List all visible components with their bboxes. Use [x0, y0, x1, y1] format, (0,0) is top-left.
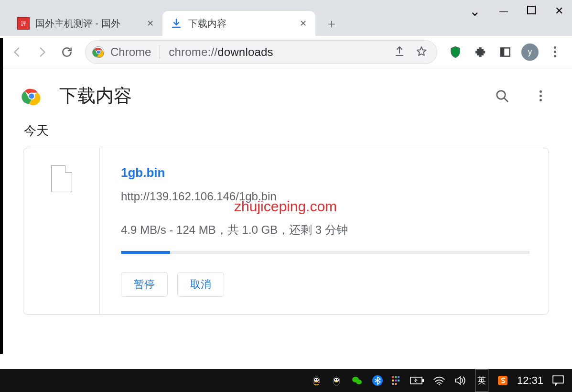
tray-qq-icon-2[interactable] [331, 369, 342, 392]
back-button[interactable] [7, 42, 28, 63]
downloads-menu-button[interactable] [530, 86, 551, 107]
svg-rect-29 [392, 383, 394, 385]
downloads-title: 下载内容 [59, 84, 475, 108]
chrome-logo-icon [21, 86, 42, 107]
tray-wifi-icon[interactable] [433, 369, 445, 392]
svg-rect-26 [392, 380, 394, 381]
browser-toolbar: Chrome chrome://downloads y [0, 36, 572, 68]
svg-rect-5 [500, 48, 504, 56]
tray-bluetooth-icon[interactable] [372, 369, 383, 392]
side-panel-icon[interactable] [495, 42, 516, 63]
svg-rect-24 [395, 376, 397, 378]
tab-1-close-icon[interactable]: ✕ [147, 18, 154, 29]
download-file-thumb [23, 148, 100, 314]
svg-point-19 [356, 380, 362, 384]
download-progress-text: 4.9 MB/s - 124 MB，共 1.0 GB，还剩 3 分钟 [121, 222, 529, 238]
svg-rect-30 [395, 383, 397, 385]
tab-1[interactable]: 評 国外主机测评 - 国外 ✕ [10, 11, 162, 36]
tray-volume-icon[interactable] [454, 369, 466, 392]
downloads-header: 下载内容 [0, 68, 572, 122]
cancel-button[interactable]: 取消 [177, 272, 224, 297]
taskbar-clock[interactable]: 12:31 [517, 374, 543, 387]
browser-menu-button[interactable] [544, 42, 565, 63]
tray-sogou-icon[interactable] [497, 369, 508, 392]
svg-point-17 [337, 379, 338, 380]
reload-button[interactable] [56, 42, 77, 63]
windows-taskbar: 英 12:31 [0, 369, 572, 392]
omnibox-separator [160, 45, 160, 59]
new-tab-button[interactable]: ＋ [322, 14, 341, 33]
svg-rect-28 [398, 380, 399, 381]
minimize-button[interactable]: — [499, 6, 508, 16]
download-filename[interactable]: 1gb.bin [121, 165, 529, 180]
tray-battery-icon[interactable] [410, 369, 424, 392]
svg-point-16 [335, 379, 336, 380]
tray-qq-icon[interactable] [311, 369, 322, 392]
window-controls: ⌄ — ✕ [469, 0, 572, 22]
window-left-edge [0, 38, 3, 354]
maximize-button[interactable] [527, 6, 536, 17]
tray-ime-indicator[interactable]: 英 [475, 369, 488, 392]
svg-rect-23 [392, 376, 394, 378]
svg-rect-32 [422, 379, 424, 382]
download-icon [170, 17, 183, 30]
download-progress-fill [121, 251, 170, 254]
forward-button[interactable] [32, 42, 53, 63]
plus-icon: ＋ [325, 15, 338, 32]
svg-point-20 [354, 379, 355, 380]
tab-2[interactable]: 下载内容 ✕ [162, 11, 315, 36]
tab-1-title: 国外主机测评 - 国外 [35, 17, 141, 30]
svg-rect-35 [553, 376, 563, 383]
tray-color-icon[interactable] [392, 369, 401, 392]
downloads-search-button[interactable] [492, 86, 513, 107]
omnibox-url: chrome://downloads [169, 45, 273, 59]
svg-rect-27 [395, 380, 397, 381]
svg-rect-0 [528, 6, 535, 14]
tray-wechat-icon[interactable] [351, 369, 363, 392]
bookmark-star-icon[interactable] [416, 45, 427, 59]
download-source-url[interactable]: http://139.162.106.146/1gb.bin [121, 190, 529, 203]
omnibox[interactable]: Chrome chrome://downloads [85, 40, 437, 64]
svg-point-33 [439, 384, 440, 385]
svg-point-13 [317, 379, 318, 380]
tab-2-title: 下载内容 [188, 17, 294, 30]
svg-rect-25 [398, 376, 399, 378]
svg-point-21 [356, 379, 357, 380]
adblock-shield-icon[interactable] [445, 42, 466, 63]
svg-point-12 [315, 379, 316, 380]
tab-2-close-icon[interactable]: ✕ [300, 18, 307, 29]
profile-avatar[interactable]: y [519, 42, 540, 63]
downloads-section-today: 今天 [0, 122, 572, 148]
file-icon [51, 165, 72, 192]
share-icon[interactable] [394, 45, 405, 59]
pause-button[interactable]: 暂停 [121, 272, 168, 297]
tab-1-favicon: 評 [17, 17, 30, 30]
close-window-button[interactable]: ✕ [555, 5, 563, 17]
download-progress-bar [121, 251, 529, 254]
omnibox-scheme-label: Chrome [110, 45, 151, 59]
tabs-dropdown-icon[interactable]: ⌄ [469, 3, 480, 19]
chrome-icon [92, 46, 105, 58]
download-item: 1gb.bin http://139.162.106.146/1gb.bin 4… [23, 148, 549, 315]
tab-strip: 評 国外主机测评 - 国外 ✕ 下载内容 ✕ ＋ ⌄ — ✕ [0, 0, 572, 36]
extensions-icon[interactable] [470, 42, 491, 63]
tray-notifications-icon[interactable] [552, 369, 564, 392]
